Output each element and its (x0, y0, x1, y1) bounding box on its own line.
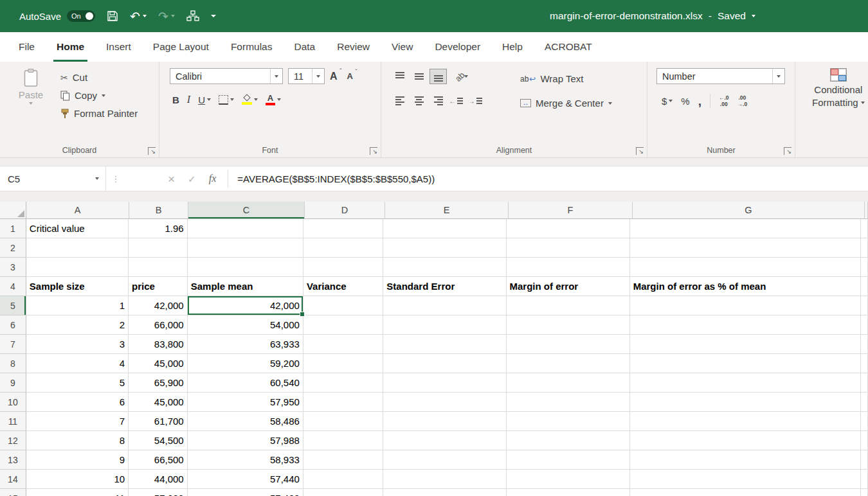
borders-dropdown-chevron[interactable] (230, 98, 234, 101)
cell-C13[interactable]: 58,933 (188, 450, 303, 470)
cell-A15[interactable]: 11 (26, 489, 129, 496)
format-painter-button[interactable]: Format Painter (58, 105, 140, 121)
cell-G12[interactable] (630, 431, 861, 450)
row-header-13[interactable]: 13 (0, 450, 26, 470)
cell-C4[interactable]: Sample mean (188, 277, 303, 296)
row-header-9[interactable]: 9 (0, 373, 26, 393)
cell-D4[interactable]: Variance (303, 277, 383, 296)
tab-review[interactable]: Review (326, 32, 381, 62)
font-size-chevron[interactable] (312, 69, 324, 84)
increase-decimal-button[interactable]: ←.0 .00 (719, 94, 729, 107)
cell-C2[interactable] (188, 238, 303, 258)
cell-C10[interactable]: 57,950 (188, 393, 303, 412)
cell-E15[interactable] (383, 489, 506, 496)
column-header-c[interactable]: C (188, 202, 305, 219)
formula-bar-splitter[interactable]: ⋮ (106, 166, 125, 191)
percent-style-button[interactable]: % (681, 96, 689, 107)
cell-C14[interactable]: 57,440 (188, 470, 303, 489)
tab-help[interactable]: Help (491, 32, 534, 62)
cell-D13[interactable] (303, 450, 383, 470)
cell-D8[interactable] (303, 354, 383, 373)
cell-B11[interactable]: 61,700 (129, 412, 188, 431)
tab-file[interactable]: File (8, 32, 46, 62)
middle-align-button[interactable] (411, 69, 427, 84)
cell-B8[interactable]: 45,000 (129, 354, 188, 373)
cell-C8[interactable]: 59,200 (188, 354, 303, 373)
cell-F11[interactable] (507, 412, 630, 431)
font-size-select[interactable]: 11 (288, 68, 325, 84)
row-header-5[interactable]: 5 (0, 296, 26, 315)
cell-E4[interactable]: Standard Error (383, 277, 506, 296)
cell-G3[interactable] (630, 258, 861, 277)
cell-B2[interactable] (129, 238, 188, 258)
cell-E13[interactable] (383, 450, 506, 470)
cell-G5[interactable] (630, 296, 861, 315)
cell-D12[interactable] (303, 431, 383, 450)
cell-G7[interactable] (630, 335, 861, 354)
cell-E9[interactable] (383, 373, 506, 393)
cell-E12[interactable] (383, 431, 506, 450)
tab-data[interactable]: Data (283, 32, 326, 62)
cell-A8[interactable]: 4 (26, 354, 129, 373)
cell-C5[interactable]: 42,000 (188, 296, 303, 315)
tab-developer[interactable]: Developer (424, 32, 491, 62)
cell-E6[interactable] (383, 315, 506, 335)
tab-view[interactable]: View (381, 32, 424, 62)
fill-color-dropdown-chevron[interactable] (254, 98, 258, 101)
redo-button[interactable]: ↷ (158, 10, 175, 22)
cell-A4[interactable]: Sample size (26, 277, 129, 296)
merge-center-dropdown-chevron[interactable] (608, 102, 612, 105)
merge-center-button[interactable]: ↔ Merge & Center (518, 95, 615, 111)
clipboard-dialog-launcher[interactable]: ↘ (148, 147, 156, 155)
bold-button[interactable]: B (172, 94, 179, 105)
redo-dropdown-chevron[interactable] (171, 15, 175, 17)
quick-access-tool-button[interactable] (186, 10, 199, 22)
row-header-12[interactable]: 12 (0, 431, 26, 450)
cell-F7[interactable] (507, 335, 630, 354)
cell-F15[interactable] (507, 489, 630, 496)
cell-G15[interactable] (630, 489, 861, 496)
increase-font-size-button[interactable]: Aˆ (330, 71, 342, 82)
tab-home[interactable]: Home (46, 32, 95, 62)
cell-B1[interactable]: 1.96 (129, 219, 188, 238)
cell-F3[interactable] (507, 258, 630, 277)
cell-G10[interactable] (630, 393, 861, 412)
font-color-dropdown-chevron[interactable] (277, 98, 281, 101)
cell-B13[interactable]: 66,500 (129, 450, 188, 470)
increase-indent-button[interactable]: → (469, 94, 485, 108)
cell-C3[interactable] (188, 258, 303, 277)
cell-A14[interactable]: 10 (26, 470, 129, 489)
title-dropdown-chevron[interactable] (752, 15, 755, 17)
font-name-chevron[interactable] (270, 69, 282, 84)
cell-C7[interactable]: 63,933 (188, 335, 303, 354)
autosave-toggle[interactable]: On (67, 10, 95, 22)
cell-A11[interactable]: 7 (26, 412, 129, 431)
cell-E11[interactable] (383, 412, 506, 431)
borders-button[interactable] (219, 95, 234, 105)
cell-E7[interactable] (383, 335, 506, 354)
cell-C15[interactable]: 57,400 (188, 489, 303, 496)
cell-F13[interactable] (507, 450, 630, 470)
enter-icon[interactable]: ✓ (188, 174, 196, 184)
cell-F14[interactable] (507, 470, 630, 489)
row-header-10[interactable]: 10 (0, 393, 26, 412)
cell-F4[interactable]: Margin of error (507, 277, 630, 296)
cell-D9[interactable] (303, 373, 383, 393)
cell-C9[interactable]: 60,540 (188, 373, 303, 393)
underline-button[interactable]: U (198, 94, 211, 105)
cell-G2[interactable] (630, 238, 861, 258)
cell-F10[interactable] (507, 393, 630, 412)
document-title-button[interactable]: margin-of-error-demonstration.xlsx - Sav… (550, 0, 755, 32)
cell-A5[interactable]: 1 (26, 296, 129, 315)
cell-G8[interactable] (630, 354, 861, 373)
customize-quick-access-chevron[interactable] (211, 15, 216, 17)
cell-A10[interactable]: 6 (26, 393, 129, 412)
name-box[interactable]: C5 (0, 166, 106, 191)
cell-D5[interactable] (303, 296, 383, 315)
cell-D14[interactable] (303, 470, 383, 489)
cell-G9[interactable] (630, 373, 861, 393)
align-right-button[interactable] (430, 94, 446, 108)
cell-C1[interactable] (188, 219, 303, 238)
row-header-11[interactable]: 11 (0, 412, 26, 431)
cell-D11[interactable] (303, 412, 383, 431)
